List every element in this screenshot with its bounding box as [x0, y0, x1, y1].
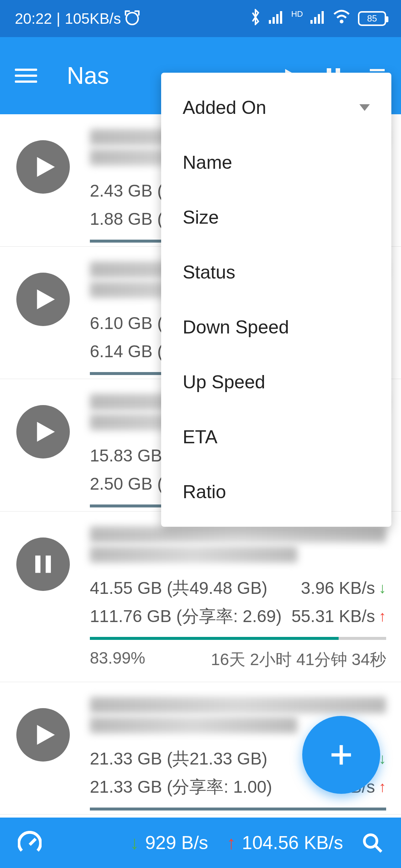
signal-icon: [269, 10, 284, 27]
play-icon[interactable]: [16, 273, 70, 326]
torrent-title: [90, 546, 297, 563]
play-icon[interactable]: [16, 405, 70, 458]
svg-rect-2: [276, 14, 278, 24]
sort-option-name[interactable]: Name: [161, 135, 391, 190]
svg-rect-15: [46, 556, 51, 573]
progress-percent: 83.99%: [90, 649, 145, 671]
chevron-down-icon: [359, 104, 370, 111]
svg-line-20: [375, 846, 381, 852]
up-speed: 55.31 KB/s↑: [291, 602, 386, 630]
svg-rect-0: [269, 20, 271, 24]
svg-rect-7: [322, 11, 324, 24]
bottom-bar: ↓929 B/s ↑104.56 KB/s: [0, 818, 401, 868]
svg-rect-1: [273, 17, 275, 24]
torrent-title: [90, 526, 386, 543]
torrent-size: 41.55 GB (共49.48 GB): [90, 574, 267, 602]
wifi-icon: [333, 10, 351, 28]
pause-icon[interactable]: [16, 537, 70, 591]
torrent-row[interactable]: 72.07 GB (共72.07 GB)0 B/s↓68.57 GB (分享率:…: [0, 815, 401, 818]
add-button[interactable]: [302, 716, 380, 794]
sort-option-size[interactable]: Size: [161, 190, 391, 245]
torrent-shared: 21.33 GB (分享率: 1.00): [90, 773, 272, 801]
eta: 16天 2小时 41分钟 34秒: [211, 649, 386, 671]
sort-menu: Added OnNameSizeStatusDown SpeedUp Speed…: [161, 73, 391, 527]
sort-option-added-on[interactable]: Added On: [161, 80, 391, 135]
status-bar: 20:22 | 105KB/s HD 85: [0, 0, 401, 37]
play-icon[interactable]: [16, 140, 70, 194]
menu-icon[interactable]: [15, 69, 37, 83]
signal-icon-2: [310, 10, 325, 27]
down-speed: 3.96 KB/s↓: [301, 574, 386, 602]
progress-bar: [90, 637, 386, 640]
torrent-title: [90, 717, 297, 733]
torrent-title: [90, 697, 386, 713]
sort-option-down-speed[interactable]: Down Speed: [161, 300, 391, 355]
svg-rect-11: [370, 69, 385, 71]
app-title: Nas: [67, 62, 109, 89]
global-up-speed: ↑104.56 KB/s: [227, 832, 343, 854]
status-time: 20:22: [15, 10, 52, 27]
svg-rect-3: [280, 11, 282, 24]
torrent-row[interactable]: 41.55 GB (共49.48 GB)3.96 KB/s↓111.76 GB …: [0, 512, 401, 682]
progress-bar: [90, 808, 386, 811]
speedometer-icon[interactable]: [18, 831, 42, 855]
status-net-speed: 105KB/s: [65, 10, 121, 27]
sort-option-status[interactable]: Status: [161, 245, 391, 300]
svg-rect-6: [318, 14, 320, 24]
svg-line-18: [30, 839, 36, 845]
sort-option-up-speed[interactable]: Up Speed: [161, 355, 391, 410]
sort-option-ratio[interactable]: Ratio: [161, 464, 391, 519]
battery-icon: 85: [358, 11, 386, 26]
signal-hd-icon: HD: [291, 9, 303, 19]
svg-point-19: [364, 835, 377, 847]
svg-rect-14: [35, 556, 40, 573]
sort-option-eta[interactable]: ETA: [161, 410, 391, 464]
bluetooth-icon: [250, 9, 261, 29]
global-down-speed: ↓929 B/s: [130, 832, 208, 854]
svg-rect-5: [314, 17, 316, 24]
torrent-shared: 111.76 GB (分享率: 2.69): [90, 602, 281, 630]
svg-point-8: [340, 20, 343, 23]
svg-rect-4: [310, 20, 313, 24]
search-icon[interactable]: [362, 832, 383, 854]
alarm-icon: [125, 12, 139, 25]
torrent-size: 21.33 GB (共21.33 GB): [90, 744, 267, 773]
play-icon[interactable]: [16, 708, 70, 762]
